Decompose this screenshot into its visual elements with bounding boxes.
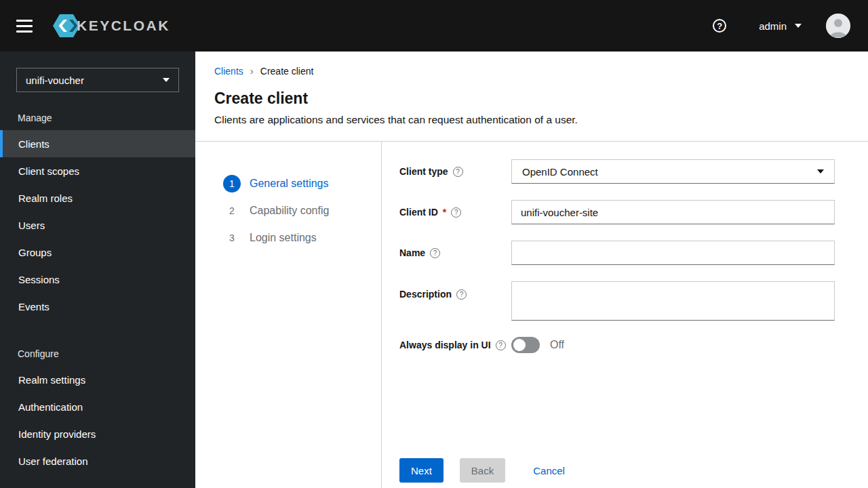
always-display-label: Always display in UI	[399, 340, 511, 350]
wizard-step-general-settings[interactable]: 1 General settings	[223, 170, 381, 197]
sidebar-item-identity-providers[interactable]: Identity providers	[0, 420, 195, 447]
sidebar-item-user-federation[interactable]: User federation	[0, 447, 195, 474]
general-settings-form: Client type OpenID Connect Client ID *	[382, 142, 868, 488]
configure-nav-list: Realm settings Authentication Identity p…	[0, 366, 195, 474]
sidebar-item-authentication[interactable]: Authentication	[0, 393, 195, 420]
help-icon[interactable]	[713, 19, 726, 33]
step-number-badge: 2	[223, 202, 241, 220]
client-type-value: OpenID Connect	[522, 166, 598, 178]
cancel-link[interactable]: Cancel	[533, 465, 565, 476]
page-title: Create client	[214, 89, 849, 108]
name-row: Name	[399, 241, 835, 265]
realm-selector[interactable]: unifi-voucher	[16, 68, 179, 92]
page-subtitle: Clients are applications and services th…	[214, 114, 849, 141]
wizard-actions: Next Back Cancel	[399, 458, 835, 485]
step-number-badge: 3	[223, 229, 241, 247]
description-label: Description	[399, 281, 511, 300]
topbar-right: admin	[713, 14, 850, 38]
help-icon[interactable]	[451, 207, 461, 218]
sidebar-item-users[interactable]: Users	[0, 211, 195, 239]
sidebar-item-realm-roles[interactable]: Realm roles	[0, 184, 195, 211]
help-icon[interactable]	[496, 340, 506, 350]
name-input[interactable]	[511, 241, 835, 265]
always-display-toggle[interactable]	[511, 337, 540, 353]
help-icon[interactable]	[430, 248, 440, 258]
wizard-step-login-settings[interactable]: 3 Login settings	[223, 224, 381, 251]
realm-name: unifi-voucher	[26, 75, 84, 86]
sidebar-item-realm-settings[interactable]: Realm settings	[0, 366, 195, 393]
name-label: Name	[399, 247, 511, 258]
sidebar: unifi-voucher Manage Clients Client scop…	[0, 52, 195, 488]
next-button[interactable]: Next	[399, 458, 443, 483]
back-button[interactable]: Back	[460, 458, 505, 483]
menu-toggle-button[interactable]	[16, 20, 33, 33]
keycloak-logo: KEYCLOAK	[52, 13, 170, 39]
top-bar: KEYCLOAK admin	[0, 0, 868, 52]
user-menu[interactable]: admin	[759, 20, 802, 32]
client-id-row: Client ID *	[399, 200, 835, 224]
breadcrumb: Clients Create client	[214, 65, 849, 77]
brand-text: KEYCLOAK	[77, 18, 170, 34]
step-label: Capability config	[250, 205, 329, 217]
sidebar-item-events[interactable]: Events	[0, 293, 195, 320]
step-label: Login settings	[250, 232, 317, 244]
client-id-label: Client ID *	[399, 207, 511, 218]
wizard-nav: 1 General settings 2 Capability config 3…	[195, 142, 382, 488]
sidebar-item-sessions[interactable]: Sessions	[0, 266, 195, 293]
client-type-select[interactable]: OpenID Connect	[511, 159, 835, 184]
client-type-label: Client type	[399, 166, 511, 177]
avatar[interactable]	[826, 14, 850, 38]
chevron-down-icon	[163, 78, 170, 82]
user-avatar-icon	[826, 14, 850, 38]
step-number-badge: 1	[223, 175, 241, 192]
sidebar-item-groups[interactable]: Groups	[0, 239, 195, 266]
client-id-input[interactable]	[511, 200, 835, 224]
toggle-knob	[513, 339, 526, 351]
nav-group-manage: Manage	[0, 113, 195, 123]
nav-group-configure: Configure	[0, 348, 195, 359]
username-label: admin	[759, 20, 787, 32]
main-content: Clients Create client Create client Clie…	[195, 52, 868, 488]
help-icon[interactable]	[453, 167, 463, 177]
sidebar-item-clients[interactable]: Clients	[0, 130, 195, 157]
chevron-down-icon	[817, 169, 824, 174]
breadcrumb-current: Create client	[260, 66, 314, 77]
manage-nav-list: Clients Client scopes Realm roles Users …	[0, 130, 195, 320]
always-display-row: Always display in UI Off	[399, 337, 835, 353]
sidebar-item-client-scopes[interactable]: Client scopes	[0, 157, 195, 184]
wizard-content: 1 General settings 2 Capability config 3…	[195, 142, 868, 488]
step-label: General settings	[250, 178, 329, 190]
breadcrumb-separator-icon	[250, 65, 254, 77]
page-header: Clients Create client Create client Clie…	[195, 52, 868, 141]
breadcrumb-link-clients[interactable]: Clients	[214, 66, 243, 77]
required-indicator: *	[443, 207, 446, 218]
client-type-row: Client type OpenID Connect	[399, 159, 835, 184]
description-row: Description	[399, 281, 835, 321]
help-icon[interactable]	[456, 289, 467, 300]
toggle-state-label: Off	[550, 339, 564, 351]
description-textarea[interactable]	[511, 281, 835, 321]
wizard-step-capability-config[interactable]: 2 Capability config	[223, 197, 381, 224]
chevron-down-icon	[795, 24, 802, 28]
